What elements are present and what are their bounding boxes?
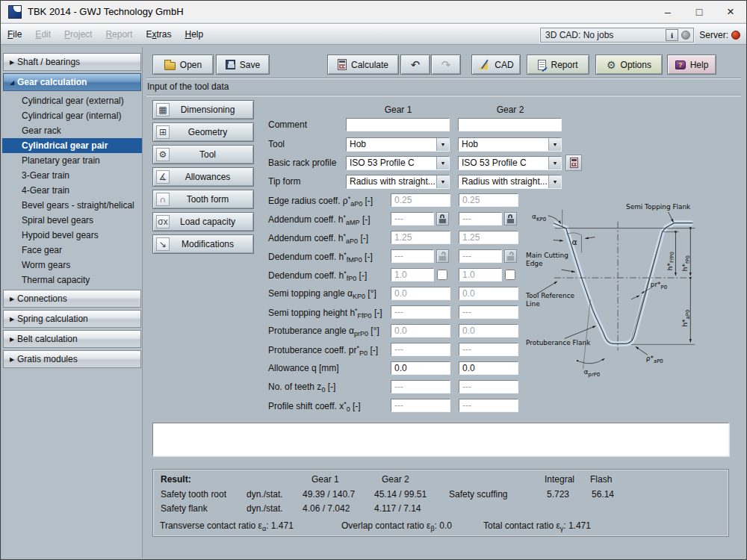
sidebar-item-thermal-capacity[interactable]: Thermal capacity	[2, 273, 142, 287]
lock-icon[interactable]	[504, 212, 517, 225]
sidebar-item-spiral-bevel-gears[interactable]: Spiral bevel gears	[2, 213, 142, 228]
menu-file[interactable]: File	[1, 29, 28, 40]
gear1-tool-select[interactable]: Hob▼	[346, 137, 450, 152]
menu-project[interactable]: Project	[58, 29, 99, 40]
gear1-profile-shift-coeff-x-input[interactable]	[391, 399, 450, 412]
gear1-dedendum-coeff-h-input[interactable]	[391, 249, 434, 263]
dropdown-arrow-icon[interactable]: ▼	[436, 175, 449, 188]
sidebar-section-gratis-modules[interactable]: ▶Gratis modules	[3, 350, 141, 368]
nav-geometry-button[interactable]: ⊞Geometry	[152, 122, 254, 142]
menu-label-part: R	[105, 29, 112, 40]
menu-help[interactable]: Help	[178, 29, 210, 40]
gear2-dedendum-coeff-h-input[interactable]	[459, 268, 502, 281]
gear1-dedendum-coeff-h-input[interactable]	[391, 268, 434, 281]
sidebar-item-gear-rack[interactable]: Gear rack	[2, 123, 142, 138]
sidebar-item-3-gear-train[interactable]: 3-Gear train	[2, 168, 142, 183]
gear2-tool-select[interactable]: Hob▼	[458, 137, 562, 152]
menu-edit[interactable]: Edit	[28, 29, 58, 40]
cad-drawing-icon	[478, 60, 490, 69]
lock-icon[interactable]	[436, 212, 449, 225]
gear2-checkbox[interactable]	[505, 270, 515, 280]
sidebar-section-spring-calculation[interactable]: ▶Spring calculation	[3, 310, 141, 328]
dropdown-arrow-icon[interactable]: ▼	[436, 157, 449, 169]
field-label-part: [°]	[368, 326, 379, 336]
gear1-semi-topping-angle-input[interactable]	[391, 287, 450, 300]
gear2-tip-form-select[interactable]: Radius with straight...▼	[458, 175, 562, 189]
sidebar-section-connections[interactable]: ▶Connections	[3, 290, 141, 308]
open-button[interactable]: Open	[152, 55, 214, 75]
sidebar-item-hypoid-bevel-gears[interactable]: Hypoid bevel gears	[2, 228, 142, 243]
gear2-semi-topping-angle-input[interactable]	[459, 287, 518, 300]
sidebar-item-bevel-gears-straight-helical[interactable]: Bevel gears - straight/helical	[2, 198, 142, 213]
nav-load-capacity-button[interactable]: σxLoad capacity	[152, 212, 254, 231]
field-label: Dedendum coeff. h*fMP0 [-]	[268, 251, 373, 264]
field-label-part: [-]	[362, 196, 373, 206]
save-button[interactable]: Save	[216, 55, 270, 75]
gear2-profile-shift-coeff-x-input[interactable]	[459, 399, 518, 412]
sidebar-item-cylindrical-gear-pair[interactable]: Cylindrical gear pair	[2, 138, 142, 153]
dropdown-arrow-icon[interactable]: ▼	[436, 138, 449, 151]
nav-allowances-button[interactable]: ∡Allowances	[152, 167, 254, 187]
gear2-protuberance-angle-input[interactable]	[459, 324, 518, 337]
close-button[interactable]: ×	[715, 1, 746, 23]
gear2-basic-rack-profile-select[interactable]: ISO 53 Profile C▼	[458, 156, 562, 170]
nav-tool-button[interactable]: ⚙Tool	[152, 145, 254, 164]
dropdown-arrow-icon[interactable]: ▼	[548, 157, 561, 169]
sidebar-item-cylindrical-gear-internal[interactable]: Cylindrical gear (internal)	[2, 108, 142, 123]
sidebar-item-face-gear[interactable]: Face gear	[2, 243, 142, 258]
triangle-collapsed-icon: ▶	[4, 336, 17, 343]
redo-button[interactable]: ↷	[431, 55, 461, 75]
gear2-addendum-coeff-h-input[interactable]	[459, 212, 502, 225]
options-button[interactable]: ⚙ Options	[595, 55, 663, 75]
calculate-button[interactable]: Calculate	[327, 55, 399, 75]
gear1-protuberance-angle-input[interactable]	[391, 324, 450, 337]
gear1-edge-radius-coeff-input[interactable]	[391, 193, 450, 207]
gear1-semi-topping-height-h-input[interactable]	[391, 305, 450, 319]
gear2-dedendum-coeff-h-input[interactable]	[459, 249, 502, 263]
gear1-addendum-coeff-h-input[interactable]	[391, 231, 450, 244]
gear2-no-of-teeth-z-input[interactable]	[459, 380, 518, 393]
sidebar-item-4-gear-train[interactable]: 4-Gear train	[2, 183, 142, 198]
gear2-comment-input[interactable]	[458, 118, 562, 131]
gear1-no-of-teeth-z-input[interactable]	[391, 380, 450, 393]
gear2-edge-radius-coeff-input[interactable]	[459, 193, 518, 207]
sidebar-item-cylindrical-gear-external[interactable]: Cylindrical gear (external)	[2, 93, 142, 108]
nav-modifications-button[interactable]: ↘Modifications	[152, 234, 254, 254]
sidebar-item-worm-gears[interactable]: Worm gears	[2, 258, 142, 273]
sidebar-section-shaft-bearings[interactable]: ▶Shaft / bearings	[3, 53, 141, 71]
gear1-basic-rack-profile-select[interactable]: ISO 53 Profile C▼	[346, 156, 450, 170]
menu-report[interactable]: Report	[99, 29, 139, 40]
field-label-part: FfP0	[358, 312, 372, 320]
gear1-addendum-coeff-h-input[interactable]	[391, 212, 434, 225]
cad-button[interactable]: CAD	[471, 55, 521, 75]
report-button[interactable]: Report	[527, 55, 589, 75]
unlock-icon[interactable]	[436, 249, 449, 263]
message-area[interactable]	[152, 423, 729, 456]
unlock-icon[interactable]	[504, 249, 517, 263]
gear1-protuberance-coeff-pr-input[interactable]	[391, 343, 450, 356]
dropdown-arrow-icon[interactable]: ▼	[548, 138, 561, 151]
sidebar-section-belt-calculation[interactable]: ▶Belt calculation	[3, 330, 141, 348]
field-label-part: KP0	[353, 293, 365, 300]
sidebar-item-planetary-gear-train[interactable]: Planetary gear train	[2, 153, 142, 168]
nav-dimensioning-button[interactable]: ▦Dimensioning	[152, 100, 254, 119]
alpha-label: α	[572, 237, 577, 247]
nav-tooth-form-button[interactable]: ∩Tooth form	[152, 190, 254, 209]
gear2-protuberance-coeff-pr-input[interactable]	[459, 343, 518, 356]
dropdown-arrow-icon[interactable]: ▼	[548, 175, 561, 188]
minimize-button[interactable]: –	[652, 1, 684, 23]
help-button[interactable]: Help	[667, 55, 716, 75]
gear1-allowance-q-mm-input[interactable]	[391, 361, 450, 375]
gear2-allowance-q-mm-input[interactable]	[459, 361, 518, 375]
maximize-button[interactable]: □	[684, 1, 715, 23]
gear2-addendum-coeff-h-input[interactable]	[459, 231, 518, 244]
menu-extras[interactable]: Extras	[139, 29, 178, 40]
gear1-tip-form-select[interactable]: Radius with straight...▼	[346, 175, 450, 189]
basic-rack-calculator-button[interactable]	[565, 155, 582, 171]
info-button[interactable]: i	[666, 29, 678, 41]
sidebar-section-gear-calculation[interactable]: ◢Gear calculation	[3, 73, 141, 91]
gear1-checkbox[interactable]	[437, 270, 447, 280]
gear1-comment-input[interactable]	[346, 118, 450, 131]
undo-button[interactable]: ↶	[400, 55, 430, 75]
gear2-semi-topping-height-h-input[interactable]	[459, 305, 518, 319]
